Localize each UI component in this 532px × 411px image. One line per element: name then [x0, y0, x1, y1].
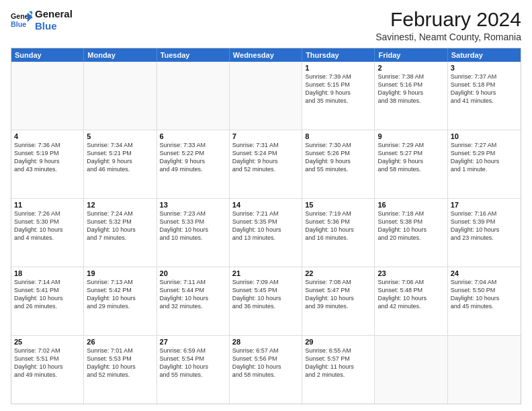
- cal-cell-r0-c1: [84, 62, 157, 130]
- cal-cell-r3-c5: 23Sunrise: 7:06 AM Sunset: 5:48 PM Dayli…: [375, 267, 447, 335]
- cal-cell-r0-c2: [157, 62, 230, 130]
- cell-info: Sunrise: 7:18 AM Sunset: 5:38 PM Dayligh…: [378, 210, 444, 242]
- cal-row-0: 1Sunrise: 7:39 AM Sunset: 5:15 PM Daylig…: [11, 62, 521, 130]
- day-number: 11: [14, 201, 81, 209]
- header-monday: Monday: [84, 48, 157, 62]
- day-number: 3: [451, 64, 518, 72]
- main-title: February 2024: [375, 8, 521, 30]
- cell-info: Sunrise: 7:31 AM Sunset: 5:24 PM Dayligh…: [232, 141, 299, 174]
- header: General Blue General Blue February 2024 …: [11, 8, 521, 42]
- header-wednesday: Wednesday: [230, 48, 302, 62]
- cell-info: Sunrise: 7:08 AM Sunset: 5:47 PM Dayligh…: [305, 278, 371, 311]
- day-number: 21: [232, 269, 299, 277]
- cell-info: Sunrise: 7:36 AM Sunset: 5:19 PM Dayligh…: [14, 141, 81, 174]
- cal-cell-r2-c2: 13Sunrise: 7:23 AM Sunset: 5:33 PM Dayli…: [157, 199, 230, 267]
- cal-cell-r0-c6: 3Sunrise: 7:37 AM Sunset: 5:18 PM Daylig…: [448, 62, 521, 130]
- cal-row-3: 18Sunrise: 7:14 AM Sunset: 5:41 PM Dayli…: [11, 267, 521, 336]
- cal-row-4: 25Sunrise: 7:02 AM Sunset: 5:51 PM Dayli…: [11, 336, 521, 404]
- title-section: February 2024 Savinesti, Neamt County, R…: [375, 8, 521, 42]
- calendar-header: Sunday Monday Tuesday Wednesday Thursday…: [11, 48, 521, 62]
- cal-cell-r3-c6: 24Sunrise: 7:04 AM Sunset: 5:50 PM Dayli…: [448, 267, 521, 335]
- day-number: 16: [378, 201, 444, 209]
- cal-cell-r1-c4: 8Sunrise: 7:30 AM Sunset: 5:26 PM Daylig…: [302, 130, 375, 198]
- cell-info: Sunrise: 7:13 AM Sunset: 5:42 PM Dayligh…: [87, 278, 153, 311]
- cal-cell-r3-c0: 18Sunrise: 7:14 AM Sunset: 5:41 PM Dayli…: [11, 267, 84, 335]
- logo-blue: Blue: [35, 20, 73, 32]
- day-number: 25: [14, 338, 81, 346]
- day-number: 22: [305, 269, 371, 277]
- cell-info: Sunrise: 7:34 AM Sunset: 5:21 PM Dayligh…: [87, 141, 153, 174]
- cell-info: Sunrise: 7:26 AM Sunset: 5:30 PM Dayligh…: [14, 210, 81, 242]
- cal-cell-r2-c0: 11Sunrise: 7:26 AM Sunset: 5:30 PM Dayli…: [11, 199, 84, 267]
- header-tuesday: Tuesday: [157, 48, 230, 62]
- day-number: 4: [14, 132, 81, 140]
- day-number: 18: [14, 269, 81, 277]
- cell-info: Sunrise: 6:55 AM Sunset: 5:57 PM Dayligh…: [305, 347, 371, 379]
- day-number: 14: [232, 201, 299, 209]
- day-number: 2: [378, 64, 444, 72]
- day-number: 15: [305, 201, 371, 209]
- cell-info: Sunrise: 7:27 AM Sunset: 5:29 PM Dayligh…: [451, 141, 518, 174]
- cal-cell-r4-c3: 28Sunrise: 6:57 AM Sunset: 5:56 PM Dayli…: [230, 336, 302, 404]
- cell-info: Sunrise: 7:29 AM Sunset: 5:27 PM Dayligh…: [378, 141, 444, 174]
- cal-cell-r3-c4: 22Sunrise: 7:08 AM Sunset: 5:47 PM Dayli…: [302, 267, 375, 335]
- day-number: 10: [451, 132, 518, 140]
- cell-info: Sunrise: 6:57 AM Sunset: 5:56 PM Dayligh…: [232, 347, 299, 379]
- cell-info: Sunrise: 7:30 AM Sunset: 5:26 PM Dayligh…: [305, 141, 371, 174]
- day-number: 13: [160, 201, 226, 209]
- cell-info: Sunrise: 7:09 AM Sunset: 5:45 PM Dayligh…: [232, 278, 299, 311]
- cal-cell-r1-c3: 7Sunrise: 7:31 AM Sunset: 5:24 PM Daylig…: [230, 130, 302, 198]
- header-friday: Friday: [375, 48, 447, 62]
- header-sunday: Sunday: [11, 48, 84, 62]
- day-number: 9: [378, 132, 444, 140]
- cal-cell-r4-c5: [375, 336, 447, 404]
- cal-cell-r2-c4: 15Sunrise: 7:19 AM Sunset: 5:36 PM Dayli…: [302, 199, 375, 267]
- cal-row-1: 4Sunrise: 7:36 AM Sunset: 5:19 PM Daylig…: [11, 130, 521, 199]
- day-number: 1: [305, 64, 371, 72]
- cell-info: Sunrise: 7:38 AM Sunset: 5:16 PM Dayligh…: [378, 73, 444, 105]
- day-number: 7: [232, 132, 299, 140]
- cal-row-2: 11Sunrise: 7:26 AM Sunset: 5:30 PM Dayli…: [11, 199, 521, 267]
- cell-info: Sunrise: 7:16 AM Sunset: 5:39 PM Dayligh…: [451, 210, 518, 242]
- cell-info: Sunrise: 7:21 AM Sunset: 5:35 PM Dayligh…: [232, 210, 299, 242]
- header-thursday: Thursday: [302, 48, 375, 62]
- subtitle: Savinesti, Neamt County, Romania: [375, 32, 521, 42]
- cell-info: Sunrise: 7:33 AM Sunset: 5:22 PM Dayligh…: [160, 141, 226, 174]
- calendar: Sunday Monday Tuesday Wednesday Thursday…: [11, 48, 521, 404]
- cal-cell-r2-c6: 17Sunrise: 7:16 AM Sunset: 5:39 PM Dayli…: [448, 199, 521, 267]
- cal-cell-r4-c6: [448, 336, 521, 404]
- day-number: 6: [160, 132, 226, 140]
- svg-text:Blue: Blue: [11, 20, 26, 28]
- day-number: 17: [451, 201, 518, 209]
- cal-cell-r2-c1: 12Sunrise: 7:24 AM Sunset: 5:32 PM Dayli…: [84, 199, 157, 267]
- cal-cell-r1-c5: 9Sunrise: 7:29 AM Sunset: 5:27 PM Daylig…: [375, 130, 447, 198]
- day-number: 26: [87, 338, 153, 346]
- cal-cell-r3-c1: 19Sunrise: 7:13 AM Sunset: 5:42 PM Dayli…: [84, 267, 157, 335]
- cal-cell-r1-c2: 6Sunrise: 7:33 AM Sunset: 5:22 PM Daylig…: [157, 130, 230, 198]
- page: General Blue General Blue February 2024 …: [0, 0, 532, 411]
- cell-info: Sunrise: 7:19 AM Sunset: 5:36 PM Dayligh…: [305, 210, 371, 242]
- cell-info: Sunrise: 7:14 AM Sunset: 5:41 PM Dayligh…: [14, 278, 81, 311]
- cal-cell-r3-c3: 21Sunrise: 7:09 AM Sunset: 5:45 PM Dayli…: [230, 267, 302, 335]
- cell-info: Sunrise: 7:02 AM Sunset: 5:51 PM Dayligh…: [14, 347, 81, 379]
- calendar-body: 1Sunrise: 7:39 AM Sunset: 5:15 PM Daylig…: [11, 62, 521, 404]
- day-number: 19: [87, 269, 153, 277]
- cal-cell-r0-c4: 1Sunrise: 7:39 AM Sunset: 5:15 PM Daylig…: [302, 62, 375, 130]
- cell-info: Sunrise: 7:04 AM Sunset: 5:50 PM Dayligh…: [451, 278, 518, 311]
- cell-info: Sunrise: 7:06 AM Sunset: 5:48 PM Dayligh…: [378, 278, 444, 311]
- cal-cell-r1-c0: 4Sunrise: 7:36 AM Sunset: 5:19 PM Daylig…: [11, 130, 84, 198]
- day-number: 8: [305, 132, 371, 140]
- cal-cell-r0-c0: [11, 62, 84, 130]
- day-number: 24: [451, 269, 518, 277]
- cell-info: Sunrise: 7:11 AM Sunset: 5:44 PM Dayligh…: [160, 278, 226, 311]
- cell-info: Sunrise: 6:59 AM Sunset: 5:54 PM Dayligh…: [160, 347, 226, 379]
- logo-general: General: [35, 8, 73, 20]
- cell-info: Sunrise: 7:01 AM Sunset: 5:53 PM Dayligh…: [87, 347, 153, 379]
- logo: General Blue General Blue: [11, 8, 73, 32]
- cal-cell-r4-c2: 27Sunrise: 6:59 AM Sunset: 5:54 PM Dayli…: [157, 336, 230, 404]
- logo-icon: General Blue: [11, 11, 32, 30]
- cell-info: Sunrise: 7:24 AM Sunset: 5:32 PM Dayligh…: [87, 210, 153, 242]
- cal-cell-r0-c3: [230, 62, 302, 130]
- cal-cell-r1-c1: 5Sunrise: 7:34 AM Sunset: 5:21 PM Daylig…: [84, 130, 157, 198]
- day-number: 20: [160, 269, 226, 277]
